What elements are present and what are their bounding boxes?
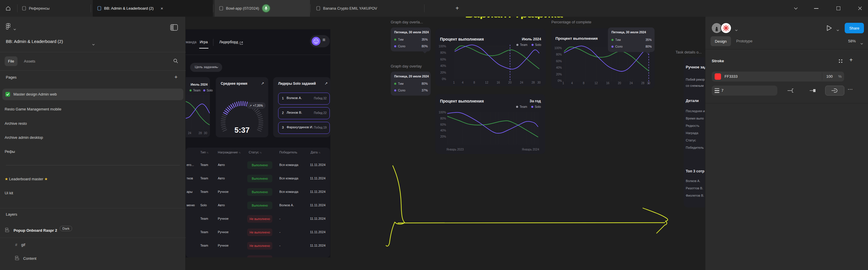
page-item[interactable]: Рефы [5,149,15,154]
toggle-sidebar-icon[interactable] [170,24,178,32]
task-details-card[interactable]: Ручное зад Побей рекор со снежным Детали… [684,57,707,208]
layer-item-popup[interactable]: Popup Onboard Raspr 2 [5,227,57,233]
chevron-down-icon[interactable] [13,26,16,32]
avatar-smiley-icon[interactable] [312,37,320,46]
table-row[interactable]: менюSoloАвтоВыполненоВолков А.11.11.2024 [186,201,330,209]
add-stroke-button[interactable]: + [849,57,853,63]
window-maximize-button[interactable] [832,0,845,17]
x-tick: 24 [629,82,633,85]
collaborator-avatar[interactable] [712,23,722,33]
line-chart [445,110,540,146]
close-tab-icon[interactable]: × [161,6,163,11]
tab-admin-leaderboard[interactable]: BB: Admin & Leaderboard (2) × [93,0,213,17]
page-item-leaderboard-master[interactable]: ★ Leaderboard master ★ [5,177,48,181]
leader-row-3[interactable]: 3 Фарахутдинов И. Побед 19 [278,122,330,134]
new-tab-button[interactable]: + [451,0,463,17]
current-user-avatar[interactable] [720,23,732,34]
zoom-chevron-icon[interactable] [861,40,863,46]
color-hex-input[interactable]: FF3333 [724,74,738,79]
leader-row-2[interactable]: 2 Леонов В. Побед 22 [278,107,330,119]
table-row[interactable]: тковTeamАвтоВыполненоВся команда11.11.20… [186,175,330,182]
table-row[interactable]: арыTeamРучноеВыполненоВся команда11.11.2… [186,188,330,196]
expand-icon[interactable]: ↗ [261,81,264,86]
nav-tab-leaderboard[interactable]: Лидерборд [219,40,238,44]
layer-item-gif[interactable]: # gif [15,242,25,247]
file-title[interactable]: BB: Admin & Leaderboard (2) [6,39,63,44]
frame-label-percentage-of-complete[interactable]: Percentage of complete [551,20,591,24]
share-button[interactable]: Share [845,23,864,33]
design-canvas[interactable]: Вариант графика манда Игра Лидерборд ≡ Ц… [186,17,705,270]
strikethrough-annotation-text[interactable]: Вариант графика [465,17,564,19]
window-menu-chevron[interactable] [789,0,802,17]
user-menu-pill[interactable]: ≡ [310,35,330,47]
tab-design[interactable]: Design [711,36,731,46]
stroke-color-row[interactable]: FF3333 100 % [712,72,844,82]
page-item[interactable]: Resto Game Management mobile [5,107,61,111]
col-header-type[interactable]: Тип↑↓ [200,151,208,154]
present-chevron-icon[interactable] [837,27,839,32]
stroke-weight-input[interactable]: 7 [721,88,723,92]
page-item[interactable]: Archive admin desktop [5,135,43,140]
hamburger-menu-icon[interactable]: ≡ [322,37,326,43]
table-row[interactable]: TeamРучноеНе выполнено-11.11.2024 [186,228,330,236]
tooltip-day-20[interactable]: Пятница, 20 июля 2024 Тим80% Соло37% [391,72,431,96]
tab-banana-crypto[interactable]: Banana Crypto EMIL YAKUPOV [312,0,424,17]
tooltip-day-30[interactable]: Пятница, 30 июля 2024 Тим35% Соло80% [391,27,431,51]
add-page-button[interactable]: + [174,74,178,80]
figma-main-menu[interactable] [6,23,10,31]
page-item[interactable]: Archive resto [5,121,27,126]
apply-styles-icon[interactable] [839,59,842,63]
window-minimize-button[interactable] [809,0,823,17]
col-header-award[interactable]: Награждение↑↓ [218,151,241,154]
color-swatch[interactable] [715,73,721,80]
expand-icon[interactable]: ↗ [324,81,328,86]
card-july-chart[interactable]: Июль 2024 TeamSolo 242830 [186,77,210,137]
leader-row-1[interactable]: 1 Волков А. Побед 32 [278,92,330,105]
avatars-chevron-icon[interactable] [735,27,738,32]
microphone-icon[interactable] [262,4,270,12]
card-average-time[interactable]: Среднее время ↗ ↗ +7,35% 5:37 [216,77,268,137]
frame-label-task-details[interactable]: Task details o... [676,50,705,54]
stroke-more-options[interactable]: ⋯ [847,86,853,92]
stroke-cap-square-button[interactable] [803,86,822,96]
table-row[interactable]: TeamРучноеНе выполнено-11.11.2024 [186,255,330,258]
tooltip-day-30-overlay[interactable]: Пятница, 30 июля 2024 Тим35% Соло80% [608,27,655,52]
chart-card-percent-complete[interactable]: Процент выполнения 100%80%60%40%20%0% 14… [551,28,655,88]
tab-file[interactable]: File [5,56,18,66]
stroke-cap-round-button[interactable] [825,86,844,96]
status-badge: Выполнено [247,175,272,182]
zoom-level[interactable]: 58% [848,39,856,43]
nav-tab-game[interactable]: Игра [200,40,208,44]
window-close-button[interactable] [853,0,867,17]
admin-dashboard-frame[interactable]: манда Игра Лидерборд ≡ Цель задания Ию [186,29,330,258]
tab-prototype[interactable]: Prototype [736,39,752,43]
file-title-chevron-icon[interactable] [92,42,95,47]
search-icon[interactable] [173,58,178,64]
tab-bowl-app[interactable]: Bowl-app (07/2024) [215,0,310,17]
frame-label-graph-day-overlay-1[interactable]: Graph day overla... [391,20,423,24]
goal-filter-dropdown[interactable]: Цель задания [190,63,222,72]
table-row[interactable]: его...TeamАвтоВыполненоВся команда11.11.… [186,161,330,169]
opacity-input[interactable]: 100 [826,74,833,79]
tasks-table[interactable]: Тип↑↓ Награждение↑↓ Статус↑↓ Победитель … [186,147,330,258]
yellow-arrow-annotation[interactable] [379,162,682,270]
page-item-selected[interactable]: Master design Admin web [2,88,183,100]
layer-badge[interactable]: Dark [60,226,72,231]
frame-label-graph-day-overlay-2[interactable]: Graph day overlay [391,64,422,69]
col-header-status[interactable]: Статус↑↓ [249,151,261,154]
stroke-cap-flat-button[interactable] [781,86,800,96]
chart-card-percent-year[interactable]: Процент выполнения За год TeamSolo 100%8… [435,94,545,154]
tab-references[interactable]: Референсы [18,0,90,17]
chart-card-percent-july[interactable]: Процент выполнения Июль 2024 TeamSolo 10… [435,29,546,86]
present-play-icon[interactable] [826,25,832,33]
layer-item-content[interactable]: Content [15,256,36,261]
table-row[interactable]: TeamРучноеНе выполнено-11.11.2024 [186,215,330,223]
home-button[interactable] [2,0,14,17]
page-item[interactable]: Ui kit [5,191,13,195]
col-header-date[interactable]: Дата↑↓ [311,151,320,154]
tab-assets[interactable]: Assets [24,59,35,63]
stroke-weight-field[interactable]: 7 [712,86,777,96]
col-header-winner[interactable]: Победитель [279,151,297,154]
table-row[interactable]: TeamРучноеНе выполнено-11.11.2024 [186,242,330,249]
nav-tab-team-clipped[interactable]: манда [186,40,196,44]
